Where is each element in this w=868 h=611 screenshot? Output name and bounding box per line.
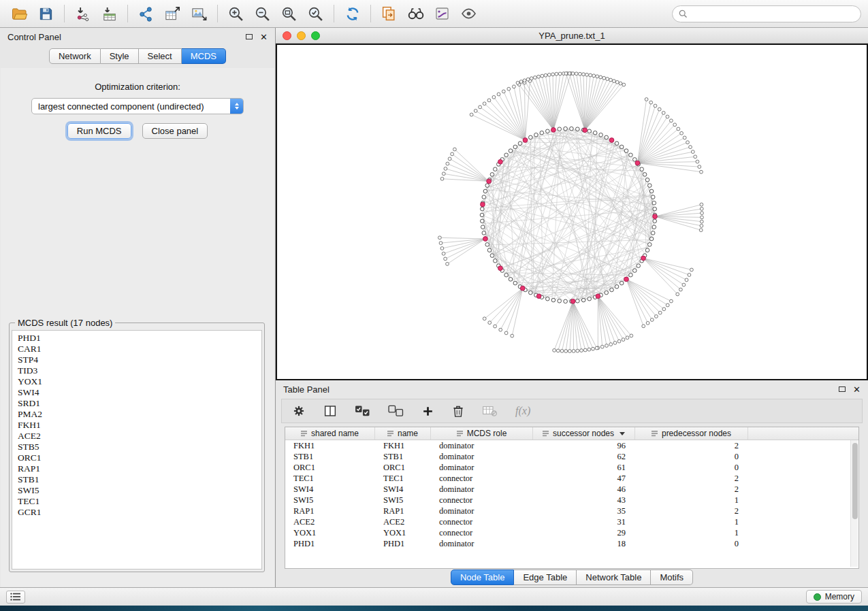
table-settings-button[interactable] xyxy=(292,404,306,418)
table-cell: PHD1 xyxy=(285,538,375,549)
mcds-result-list: PHD1CAR1STP4TID3YOX1SWI4SRD1PMA2FKH1ACE2… xyxy=(12,330,262,569)
column-header-MCDS-role[interactable]: MCDS role xyxy=(431,427,533,440)
mcds-result-item[interactable]: ACE2 xyxy=(18,431,256,442)
zoom-fit-button[interactable] xyxy=(276,3,302,24)
tab-motifs[interactable]: Motifs xyxy=(651,569,693,585)
tab-mcds[interactable]: MCDS xyxy=(182,48,226,64)
show-columns-button[interactable] xyxy=(323,405,337,417)
table-row[interactable]: PHD1PHD1dominator180 xyxy=(285,538,858,549)
float-panel-icon[interactable] xyxy=(246,34,253,39)
mcds-result-group: MCDS result (17 nodes) PHD1CAR1STP4TID3Y… xyxy=(9,318,265,572)
main-area: Control Panel ✕ NetworkStyleSelectMCDS O… xyxy=(0,28,868,587)
close-panel-button[interactable]: Close panel xyxy=(142,123,208,139)
scrollbar-thumb[interactable] xyxy=(852,443,858,519)
export-image-button[interactable] xyxy=(187,3,212,24)
find-button[interactable] xyxy=(403,3,428,24)
mcds-result-item[interactable]: TID3 xyxy=(18,365,256,376)
zoom-in-icon xyxy=(227,5,244,22)
table-row[interactable]: TEC1TEC1connector472 xyxy=(285,473,858,484)
close-table-panel-icon[interactable]: ✕ xyxy=(853,385,861,394)
tab-node-table[interactable]: Node Table xyxy=(451,569,515,585)
network-canvas[interactable] xyxy=(276,44,868,380)
export-network-button[interactable] xyxy=(133,3,159,24)
import-network-button[interactable] xyxy=(70,3,95,24)
copy-document-icon xyxy=(381,5,398,22)
mcds-result-item[interactable]: YOX1 xyxy=(18,376,256,387)
table-row[interactable]: RAP1RAP1dominator352 xyxy=(285,506,858,516)
column-header-predecessor-nodes[interactable]: predecessor nodes xyxy=(635,427,748,440)
table-cell: ORC1 xyxy=(375,462,431,473)
render-options-button[interactable] xyxy=(430,3,455,24)
column-header-name[interactable]: name xyxy=(375,427,431,440)
apply-layout-button[interactable] xyxy=(340,3,365,24)
select-all-button[interactable] xyxy=(355,405,370,418)
binoculars-icon xyxy=(407,5,425,22)
table-row[interactable]: SWI4SWI4dominator462 xyxy=(285,484,858,495)
table-panel-title: Table Panel xyxy=(283,384,329,395)
import-table-button[interactable] xyxy=(97,3,122,24)
run-mcds-button[interactable]: Run MCDS xyxy=(67,123,131,139)
mcds-result-item[interactable]: STB1 xyxy=(18,474,256,485)
show-hide-button[interactable] xyxy=(456,3,481,24)
copy-button[interactable] xyxy=(376,3,402,24)
close-panel-icon[interactable]: ✕ xyxy=(260,33,268,42)
unselect-all-button[interactable] xyxy=(388,405,404,418)
sort-direction-icon xyxy=(620,432,625,435)
network-window-titlebar[interactable]: YPA_prune.txt_1 xyxy=(276,28,868,44)
close-window-button[interactable] xyxy=(283,31,291,40)
criterion-dropdown[interactable]: largest connected component (undirected) xyxy=(31,98,244,114)
tab-edge-table[interactable]: Edge Table xyxy=(514,569,577,585)
table-row[interactable]: YOX1YOX1connector291 xyxy=(285,527,858,538)
mcds-result-item[interactable]: STB5 xyxy=(18,442,256,452)
add-column-button[interactable] xyxy=(421,405,434,418)
table-row[interactable]: STB1STB1dominator620 xyxy=(285,451,858,462)
desktop-background-strip xyxy=(0,606,868,611)
float-table-panel-icon[interactable] xyxy=(839,386,846,392)
mcds-result-item[interactable]: ORC1 xyxy=(18,452,256,463)
table-cell: TEC1 xyxy=(285,473,375,484)
tab-network-table[interactable]: Network Table xyxy=(577,569,651,585)
table-row[interactable]: ACE2ACE2connector311 xyxy=(285,516,858,527)
delete-table-button[interactable] xyxy=(482,405,498,417)
mcds-result-item[interactable]: GCR1 xyxy=(18,507,256,518)
table-scrollbar[interactable] xyxy=(850,440,858,567)
delete-column-button[interactable] xyxy=(452,404,464,418)
zoom-in-button[interactable] xyxy=(223,3,248,24)
search-input[interactable] xyxy=(692,9,854,18)
zoom-out-button[interactable] xyxy=(250,3,275,24)
zoom-window-button[interactable] xyxy=(311,31,320,40)
table-row[interactable]: ORC1ORC1dominator610 xyxy=(285,462,858,473)
table-cell: STB1 xyxy=(285,451,375,462)
mcds-result-item[interactable]: TEC1 xyxy=(18,496,256,507)
mcds-result-item[interactable]: RAP1 xyxy=(18,463,256,474)
control-panel: Control Panel ✕ NetworkStyleSelectMCDS O… xyxy=(0,28,276,587)
mcds-result-item[interactable]: SWI4 xyxy=(18,387,256,398)
table-row[interactable]: SWI5SWI5connector431 xyxy=(285,495,858,506)
mcds-result-item[interactable]: FKH1 xyxy=(18,420,256,431)
task-history-button[interactable] xyxy=(6,591,25,604)
export-table-button[interactable] xyxy=(160,3,185,24)
tab-select[interactable]: Select xyxy=(139,48,182,64)
mcds-result-item[interactable]: SWI5 xyxy=(18,485,256,496)
mcds-result-item[interactable]: SRD1 xyxy=(18,398,256,409)
memory-button[interactable]: Memory xyxy=(806,590,862,604)
column-header-shared-name[interactable]: shared name xyxy=(285,427,375,440)
table-row[interactable]: FKH1FKH1dominator962 xyxy=(285,440,858,451)
sort-icon xyxy=(301,430,308,437)
function-builder-button[interactable]: f(x) xyxy=(515,405,530,417)
column-header-successor-nodes[interactable]: successor nodes xyxy=(533,427,635,440)
network-graph[interactable] xyxy=(277,45,867,379)
tab-style[interactable]: Style xyxy=(101,48,139,64)
mcds-result-item[interactable]: STP4 xyxy=(18,354,256,365)
minimize-window-button[interactable] xyxy=(297,31,306,40)
mcds-result-item[interactable]: PHD1 xyxy=(18,333,256,344)
save-session-button[interactable] xyxy=(33,3,59,24)
table-export-icon xyxy=(164,5,181,22)
zoom-selected-button[interactable] xyxy=(303,3,328,24)
mcds-result-item[interactable]: CAR1 xyxy=(18,344,256,354)
open-session-button[interactable] xyxy=(7,3,32,24)
control-tabs: NetworkStyleSelectMCDS xyxy=(0,46,275,68)
zoom-fit-icon xyxy=(280,5,298,22)
mcds-result-item[interactable]: PMA2 xyxy=(18,409,256,420)
tab-network[interactable]: Network xyxy=(49,48,101,64)
